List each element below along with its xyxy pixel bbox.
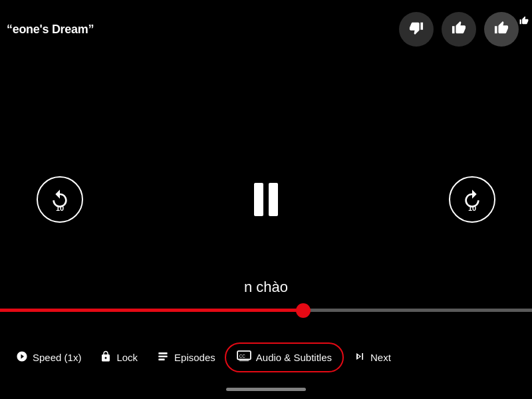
svg-rect-2 [158,358,164,360]
forward-button[interactable]: 10 [449,176,495,223]
speed-button[interactable]: Speed (1x) [7,344,90,371]
progress-fill [0,309,303,312]
pause-bar-right [269,183,278,216]
episodes-icon [156,351,170,364]
forward-seconds-label: 10 [468,204,476,212]
svg-rect-0 [158,352,167,354]
speed-icon [16,350,28,364]
thumbs-up-button[interactable] [442,12,476,47]
thumbs-down-icon [409,21,424,39]
next-icon [353,350,366,365]
rewind-seconds-label: 10 [56,204,64,212]
audio-subtitles-button[interactable]: CC Audio & Subtitles [225,342,344,372]
subtitle-display: n chào [244,279,288,296]
svg-rect-4 [239,360,249,362]
center-controls: 10 10 [0,183,532,216]
thumbs-down-button[interactable] [399,12,434,47]
progress-bar-container[interactable] [0,309,532,313]
progress-thumb[interactable] [296,303,311,318]
rewind-button[interactable]: 10 [37,176,83,223]
episodes-button[interactable]: Episodes [147,344,225,370]
pause-bar-left [254,183,263,216]
thumbs-up-double-icon [494,21,509,39]
rating-buttons [399,12,519,47]
audio-subtitles-label: Audio & Subtitles [256,352,332,363]
episodes-label: Episodes [174,352,215,363]
lock-label: Lock [116,352,138,363]
thumbs-up-icon [452,21,466,39]
audio-subtitles-icon: CC [237,350,251,364]
show-title: “eone's Dream” [7,23,94,37]
speed-label: Speed (1x) [33,352,81,363]
bottom-controls: Speed (1x) Lock Episodes CC [0,342,532,372]
svg-text:CC: CC [239,354,246,358]
lock-icon [100,350,112,364]
lock-button[interactable]: Lock [90,344,147,371]
progress-track [0,309,532,312]
svg-rect-1 [158,356,167,358]
pause-button[interactable] [254,183,278,216]
next-label: Next [370,352,391,363]
title-area: “eone's Dream” [0,12,532,47]
scroll-indicator [226,388,306,391]
thumbs-up-double-button[interactable] [484,12,519,47]
next-button[interactable]: Next [344,343,400,372]
